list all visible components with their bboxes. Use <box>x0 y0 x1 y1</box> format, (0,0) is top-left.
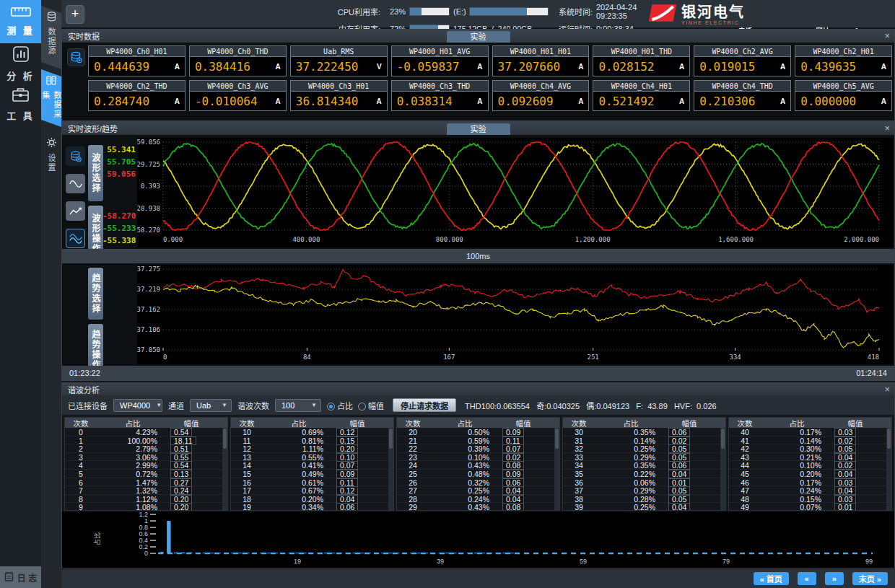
table-row[interactable]: 110.81%0.15 <box>231 436 393 445</box>
wave-datasource-button[interactable] <box>66 146 85 166</box>
measurement-card[interactable]: WP4000_H01_H01 37.207660 A <box>492 45 590 76</box>
table-row[interactable]: 290.43%0.08 <box>397 503 559 511</box>
table-row[interactable]: 340.35%0.06 <box>563 461 725 470</box>
next-page-button[interactable]: » <box>825 572 844 585</box>
subnav-tab-datasource[interactable]: 数据源 <box>41 6 61 69</box>
tab-experiment[interactable]: 实验 <box>447 31 510 43</box>
table-row[interactable]: 270.25%0.04 <box>397 486 559 495</box>
sidebar-item-tools[interactable]: 工 具 <box>0 84 41 124</box>
measurement-card[interactable]: WP4000_Ch3_H01 36.814340 A <box>290 80 388 111</box>
measurement-card[interactable]: WP4000_Ch4_THD 0.210306 A <box>694 80 791 111</box>
table-scrollbar[interactable] <box>388 428 393 510</box>
table-row[interactable]: 420.30%0.05 <box>729 444 891 453</box>
table-row[interactable]: 370.29%0.05 <box>563 486 725 495</box>
subnav-tab-settings[interactable]: 设置 <box>41 131 61 175</box>
table-row[interactable]: 440.10%0.02 <box>729 461 891 470</box>
table-scrollbar[interactable] <box>554 428 559 510</box>
table-row[interactable]: 260.32%0.06 <box>397 478 559 487</box>
table-row[interactable]: 360.06%0.01 <box>563 478 725 487</box>
add-tab-button[interactable]: + <box>66 5 84 24</box>
multi-waveform-button[interactable] <box>66 229 85 248</box>
tab-experiment[interactable]: 实验 <box>447 123 510 135</box>
table-row[interactable]: 04.23%0.54 <box>65 428 227 436</box>
ratio-radio[interactable] <box>327 403 335 411</box>
table-row[interactable]: 240.43%0.08 <box>397 461 559 470</box>
measurement-card[interactable]: WP4000_Ch3_THD 0.038314 A <box>391 80 489 111</box>
table-row[interactable]: 380.28%0.05 <box>563 495 725 504</box>
sidebar-item-analyze[interactable]: 分 析 <box>0 43 41 84</box>
table-row[interactable]: 430.21%0.04 <box>729 453 891 462</box>
last-page-button[interactable]: 末页 » <box>852 572 888 585</box>
table-row[interactable]: 61.47%0.27 <box>65 478 227 487</box>
amplitude-radio[interactable] <box>358 403 366 411</box>
table-row[interactable]: 330.29%0.05 <box>563 453 725 462</box>
datasource-add-button[interactable] <box>67 48 85 66</box>
table-row[interactable]: 350.22%0.04 <box>563 470 725 478</box>
prev-page-button[interactable]: « <box>798 572 816 585</box>
table-row[interactable]: 121.11%0.20 <box>231 444 393 453</box>
table-row[interactable]: 42.99%0.54 <box>65 461 227 470</box>
close-icon[interactable]: × <box>884 123 890 133</box>
table-row[interactable]: 300.35%0.06 <box>563 428 725 436</box>
table-row[interactable]: 450.20%0.04 <box>729 470 891 478</box>
table-scrollbar[interactable] <box>720 428 725 510</box>
table-row[interactable]: 230.10%0.02 <box>397 453 559 462</box>
table-row[interactable]: 100.69%0.12 <box>231 428 393 436</box>
measurement-card[interactable]: WP4000_Ch0_THD 0.384416 A <box>189 45 287 76</box>
table-row[interactable]: 91.08%0.20 <box>65 503 227 511</box>
table-row[interactable]: 460.17%0.03 <box>729 478 891 487</box>
first-page-button[interactable]: « 首页 <box>754 572 789 585</box>
table-row[interactable]: 190.34%0.06 <box>231 503 393 511</box>
table-row[interactable]: 71.32%0.24 <box>65 486 227 495</box>
table-row[interactable]: 390.25%0.04 <box>563 503 725 511</box>
table-row[interactable]: 490.07%0.01 <box>729 503 891 511</box>
trend-chart[interactable]: 37.27537.21937.16237.10637.0500841672513… <box>137 265 893 364</box>
table-row[interactable]: 280.24%0.04 <box>397 495 559 504</box>
table-row[interactable]: 1100.00%18.11 <box>65 436 227 445</box>
table-row[interactable]: 140.41%0.07 <box>231 461 393 470</box>
waveform-chart[interactable]: 59.05629.7250.393-28.938-58.2700.000400.… <box>137 138 893 247</box>
channel-select[interactable]: Uab▼ <box>190 399 232 412</box>
table-scrollbar[interactable] <box>222 428 227 510</box>
measurement-card[interactable]: WP4000_Ch2_AVG 0.019015 A <box>694 45 791 76</box>
table-row[interactable]: 33.06%0.55 <box>65 453 227 462</box>
trend-line-button[interactable] <box>66 201 85 221</box>
table-row[interactable]: 320.25%0.05 <box>563 444 725 453</box>
measurement-card[interactable]: WP4000_Ch4_H01 0.521492 A <box>593 80 690 111</box>
measurement-card[interactable]: WP4000_H01_AVG -0.059837 A <box>391 45 489 76</box>
measurement-card[interactable]: WP4000_Ch4_AVG 0.092609 A <box>492 80 590 111</box>
table-row[interactable]: 480.15%0.03 <box>729 495 891 504</box>
table-row[interactable]: 470.24%0.04 <box>729 486 891 495</box>
table-row[interactable]: 22.79%0.51 <box>65 444 227 453</box>
measurement-card[interactable]: WP4000_Ch2_THD 0.284740 A <box>88 80 185 111</box>
measurement-card[interactable]: WP4000_Ch5_AVG 0.000000 A <box>795 80 892 111</box>
table-row[interactable]: 81.12%0.20 <box>65 495 227 504</box>
close-icon[interactable]: × <box>884 30 890 41</box>
sidebar-item-log[interactable]: 日 志 <box>0 566 41 588</box>
table-row[interactable]: 160.61%0.11 <box>231 478 393 487</box>
table-row[interactable]: 50.72%0.13 <box>65 470 227 478</box>
subnav-tab-acquisition[interactable]: 数据采集 <box>41 69 61 127</box>
measurement-card[interactable]: WP4000_H01_THD 0.028152 A <box>593 45 690 76</box>
device-select[interactable]: WP4000▼ <box>113 399 162 412</box>
table-row[interactable]: 410.14%0.02 <box>729 436 891 445</box>
table-scrollbar[interactable] <box>886 428 891 510</box>
table-row[interactable]: 150.49%0.09 <box>231 470 393 478</box>
table-row[interactable]: 130.55%0.10 <box>231 453 393 462</box>
order-select[interactable]: 100▼ <box>275 399 321 412</box>
table-row[interactable]: 250.48%0.09 <box>397 470 559 478</box>
table-row[interactable]: 170.67%0.12 <box>231 486 393 495</box>
measurement-card[interactable]: Uab_RMS 37.222450 V <box>290 45 388 76</box>
measurement-card[interactable]: WP4000_Ch2_H01 0.439635 A <box>795 45 892 76</box>
waveform-select-button[interactable]: 波形选择 <box>88 145 103 201</box>
trend-select-button[interactable]: 趋势选择 <box>88 268 103 320</box>
table-row[interactable]: 220.39%0.07 <box>397 444 559 453</box>
table-row[interactable]: 200.50%0.09 <box>397 428 559 436</box>
table-row[interactable]: 210.59%0.11 <box>397 436 559 445</box>
measurement-card[interactable]: WP4000_Ch3_AVG -0.010064 A <box>189 80 287 111</box>
table-row[interactable]: 310.14%0.02 <box>563 436 725 445</box>
table-row[interactable]: 400.17%0.03 <box>729 428 891 436</box>
sidebar-item-measure[interactable]: 测 量 <box>0 0 41 43</box>
table-row[interactable]: 180.20%0.04 <box>231 495 393 504</box>
measurement-card[interactable]: WP4000_Ch0_H01 0.444639 A <box>88 45 185 76</box>
